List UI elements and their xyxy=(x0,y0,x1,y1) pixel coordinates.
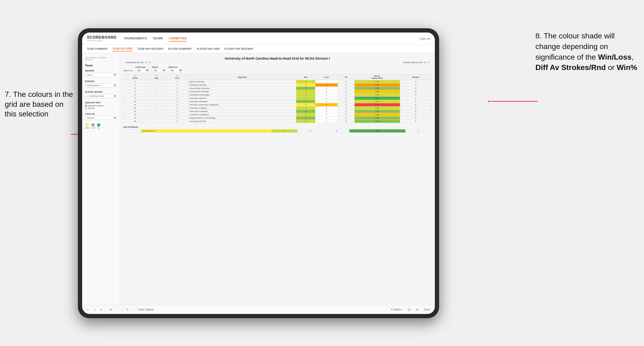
left-panel: Last Updated: 27/03/2024 16:55:38 Team G… xyxy=(82,53,120,305)
conference-select[interactable]: (All) xyxy=(135,69,150,72)
table-row: 12 - 3 University of Virginia 1 0 0 2.33… xyxy=(124,107,432,110)
colour-by-section: Colour by Win/loss xyxy=(85,113,117,120)
region-filter: Region (All) xyxy=(152,66,166,72)
school-select[interactable]: 1. University of Nort... xyxy=(85,94,117,98)
sub-nav-team-h2h-grid[interactable]: TEAM H2H GRID xyxy=(112,46,132,51)
table-row: 4 - 1 Arizona State University 5 1 0 2.2… xyxy=(124,87,432,90)
legend-level: Level xyxy=(91,123,95,129)
timestamp: Last Updated: 27/03/2024 16:55:38 xyxy=(85,57,117,61)
nav-teams[interactable]: TEAMS xyxy=(152,36,163,41)
view-label: 📄 View: Original xyxy=(135,308,153,311)
nav-items: TOURNAMENTS TEAMS COMMITTEE xyxy=(124,36,412,41)
footer-toolbar: ↩ ↪ ⟳ ⊞ ··· ⏱ 📄 View: Original 👁 Watch ▾… xyxy=(82,305,435,314)
school-section: School (Rank) 1. University of Nort... xyxy=(85,91,117,98)
col-tie: Tie xyxy=(338,74,354,80)
table-row: 14 - 2 University of Oklahoma 3 1 0 -1.0… xyxy=(124,113,432,116)
watch-button[interactable]: 👁 Watch ▾ xyxy=(390,308,403,311)
share-button[interactable]: Share xyxy=(423,308,431,311)
sub-nav-player-summary[interactable]: PLAYER SUMMARY xyxy=(168,47,192,51)
radio-opponents-played[interactable]: Opponents Played xyxy=(85,105,117,107)
annotation-right: 8. The colour shade will change dependin… xyxy=(536,31,639,73)
tablet-screen: SCOREBOARD Powered by clippd TOURNAMENTS… xyxy=(82,32,435,314)
sub-nav-team-summary[interactable]: TEAM SUMMARY xyxy=(87,47,108,51)
table-row: 3 - 2 Vanderbilt University 0 4 0 -2.29 … xyxy=(124,83,432,87)
division-select[interactable]: NCAA Division I xyxy=(85,83,117,87)
gender-select[interactable]: Men's xyxy=(85,73,117,77)
table-row: 11 - 6 University of Arkansas, Fayettevi… xyxy=(124,103,432,107)
sub-nav-player-h2h-grid[interactable]: PLAYER H2H GRID xyxy=(197,47,220,51)
table-row: 9 - 1 University of Arizona 1 0 0 9.00 2 xyxy=(124,97,432,100)
clock-button[interactable]: ⏱ xyxy=(125,308,129,311)
table-row: 2 - 1 Auburn University 2 1 0 1.67 9 xyxy=(124,80,432,83)
col-win: Win xyxy=(296,74,316,80)
opponent-filter: Opponent (All) xyxy=(168,66,182,72)
grid-title: University of North Carolina Head-to-Hea… xyxy=(123,57,432,60)
table-row: NCAA Division II 1 0 0 26.00 3 xyxy=(124,129,432,133)
table-row: 13 - 1 Texas Tech University 3 0 0 5.56 … xyxy=(124,110,432,113)
radio-top100[interactable]: Top 100 xyxy=(85,107,117,109)
table-row: 16 - 2 University of Florida 3 1 0 6.62 … xyxy=(124,120,432,123)
records-row: Overall Record: 89 - 17 - 0 Division Rec… xyxy=(123,61,432,64)
tablet-device: SCOREBOARD Powered by clippd TOURNAMENTS… xyxy=(78,28,439,318)
table-row: 10 - 5 University of Alabama 3 0 0 2.61 … xyxy=(124,100,432,103)
sign-out-button[interactable]: | Sign out xyxy=(419,37,430,40)
col-loss: Loss xyxy=(316,74,338,80)
region-select[interactable]: (All) xyxy=(152,69,166,72)
conference-filter: Conference (All) xyxy=(135,66,150,72)
col-diff: Diff AvStrokes/Rnd xyxy=(354,74,400,80)
grid-area: University of North Carolina Head-to-Hea… xyxy=(120,53,435,305)
out-of-division-table: NCAA Division II 1 0 0 26.00 3 xyxy=(123,129,432,133)
col-rounds: Rounds xyxy=(400,74,431,80)
logo: SCOREBOARD Powered by clippd xyxy=(87,35,116,42)
col-reg: #Reg xyxy=(146,74,166,80)
legend-up: Up xyxy=(97,123,100,129)
col-opponent: Opponent xyxy=(188,74,296,80)
toolbar-right: 👁 Watch ▾ 💬 ⊞ Share xyxy=(390,308,431,311)
more-button[interactable]: ··· xyxy=(116,308,119,311)
data-table: #Rank #Reg #Conf Opponent Win Loss Tie D… xyxy=(123,74,432,123)
sub-nav: TEAM SUMMARY TEAM H2H GRID TEAM H2H HEAT… xyxy=(82,45,435,53)
share-icon[interactable]: ⊞ xyxy=(415,308,419,311)
table-row: 15 - 4 Georgia Institute of Technology 5… xyxy=(124,116,432,120)
app-header: SCOREBOARD Powered by clippd TOURNAMENTS… xyxy=(82,32,435,45)
sub-nav-team-h2h-heatmap[interactable]: TEAM H2H HEATMAP xyxy=(138,47,164,51)
table-row: 8 - 2 University of Washington 1 0 0 3.6… xyxy=(124,93,432,97)
nav-committee[interactable]: COMMITTEE xyxy=(169,36,187,41)
comment-button[interactable]: 💬 xyxy=(407,308,412,311)
col-conf: #Conf xyxy=(166,74,188,80)
main-content: Last Updated: 27/03/2024 16:55:38 Team G… xyxy=(82,53,435,305)
undo-button[interactable]: ↩ xyxy=(86,308,90,311)
nav-tournaments[interactable]: TOURNAMENTS xyxy=(124,36,147,41)
division-section: Division NCAA Division I xyxy=(85,80,117,87)
col-rank: #Rank xyxy=(124,74,146,80)
filter-row: Opponents: Conference (All) Region (All) xyxy=(123,66,432,72)
team-title: Team xyxy=(85,64,117,67)
colour-by-select[interactable]: Win/loss xyxy=(85,116,117,120)
annotation-left: 7. The colours in the grid are based on … xyxy=(5,90,73,119)
right-arrow-icon xyxy=(488,92,540,111)
redo-button[interactable]: ↪ xyxy=(92,308,96,311)
out-of-division: Out of division NCAA Division II 1 0 0 2… xyxy=(123,126,432,133)
opponent-view-section: Opponent View Opponents Played Top 100 xyxy=(85,101,117,109)
opponent-select[interactable]: (All) xyxy=(168,69,182,72)
table-row: 6 - 2 Florida State University 4 2 0 -1.… xyxy=(124,90,432,93)
legend: Down Level Up xyxy=(85,123,117,129)
sub-nav-player-h2h-heatmap[interactable]: PLAYER H2H HEATMAP xyxy=(224,47,254,51)
forward-button[interactable]: ⟳ xyxy=(99,308,103,311)
legend-down: Down xyxy=(85,123,89,129)
crop-button[interactable]: ⊞ xyxy=(109,308,112,311)
gender-section: Gender Men's xyxy=(85,70,117,77)
